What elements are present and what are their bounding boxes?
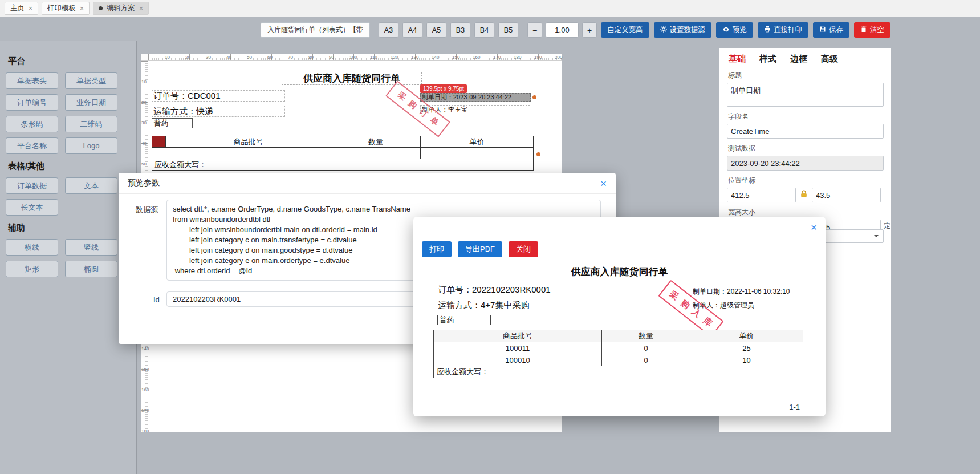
tab-bar: 主页×打印模板×编辑方案×	[0, 0, 980, 17]
paper-size-a5-button[interactable]: A5	[426, 22, 446, 38]
save-button[interactable]: 保存	[813, 22, 849, 38]
resize-handle[interactable]	[532, 95, 536, 99]
zoom-value-input[interactable]	[546, 22, 579, 38]
table-col-header: 商品批号	[434, 330, 602, 342]
preview-button[interactable]: 预览	[716, 22, 753, 38]
position-row	[727, 188, 884, 202]
table-corner-cell[interactable]	[152, 136, 166, 148]
properties-tab[interactable]: 边框	[790, 54, 807, 64]
partial-field-label: 定	[884, 221, 890, 231]
app-tab-2[interactable]: 打印模板×	[42, 2, 90, 15]
table-footer-row[interactable]: 应收金额大写：	[152, 159, 534, 171]
tab-label: 主页	[10, 3, 25, 13]
table-data-row[interactable]	[152, 148, 534, 159]
printer-icon	[764, 26, 771, 34]
close-icon[interactable]: ×	[811, 222, 817, 233]
save-icon	[819, 26, 826, 34]
design-table[interactable]: 商品批号 数量 单价 应收金额大写：	[152, 136, 534, 171]
zoom-group: − +	[527, 22, 597, 38]
app-tab-3[interactable]: 编辑方案×	[93, 2, 149, 15]
datasource-label: 数据源	[136, 205, 158, 215]
ruler-number: 110	[370, 55, 377, 60]
tab-close-icon[interactable]: ×	[139, 5, 143, 12]
clear-button[interactable]: 清空	[854, 22, 890, 38]
size-tooltip: 139.5pt x 9.75pt	[420, 84, 467, 93]
ruler-number: 20	[141, 100, 147, 105]
element-drug-tag[interactable]: 普药	[152, 118, 193, 128]
element-transport[interactable]: 运输方式：快递	[152, 106, 285, 117]
properties-tab[interactable]: 高级	[821, 54, 838, 64]
sidebar-item[interactable]: 长文本	[6, 199, 58, 216]
table-cell: 100010	[434, 354, 602, 366]
sidebar-item[interactable]: 二维码	[65, 116, 117, 132]
set-datasource-button[interactable]: 设置数据源	[654, 22, 712, 38]
title-input[interactable]: 制单日期	[727, 83, 884, 107]
properties-tab[interactable]: 基础	[729, 54, 746, 64]
resize-handle[interactable]	[536, 152, 540, 156]
field-name-input[interactable]	[727, 124, 884, 139]
paper-size-group: A3A4A5B3B4B5	[379, 22, 518, 38]
ruler-number: 20	[185, 55, 190, 60]
sidebar-item[interactable]: 业务日期	[65, 94, 117, 111]
active-tab-dot	[99, 6, 103, 10]
sidebar-item[interactable]: Logo	[65, 137, 117, 154]
close-button[interactable]: 关闭	[509, 241, 538, 257]
template-name-button[interactable]: 入库随货同行单（列表式）【带	[261, 22, 370, 38]
ruler-number: 30	[206, 55, 211, 60]
ruler-number: 100	[349, 55, 357, 60]
sidebar-item[interactable]: 椭圆	[65, 261, 117, 277]
close-icon[interactable]: ×	[600, 178, 607, 189]
field-name-label: 字段名	[728, 112, 891, 121]
custom-size-button[interactable]: 自定义宽高	[601, 22, 649, 38]
tab-close-icon[interactable]: ×	[80, 5, 84, 12]
sidebar-item[interactable]: 矩形	[6, 261, 58, 277]
sidebar-item[interactable]: 单据类型	[65, 72, 117, 89]
trash-icon	[860, 26, 867, 34]
element-order-no[interactable]: 订单号：CDC001	[152, 90, 285, 102]
table-col-header[interactable]: 单价	[421, 136, 534, 148]
app-tab-1[interactable]: 主页×	[5, 2, 38, 15]
print-button[interactable]: 打印	[422, 241, 452, 257]
ruler-number: 180	[514, 55, 521, 60]
doc-order-no: 订单号：2022102203RK0001	[438, 285, 551, 295]
paper-size-b5-button[interactable]: B5	[498, 22, 518, 38]
paper-size-a4-button[interactable]: A4	[402, 22, 422, 38]
sidebar-item[interactable]: 平台名称	[6, 137, 58, 154]
tab-close-icon[interactable]: ×	[29, 5, 32, 12]
sidebar-item[interactable]: 横线	[6, 239, 58, 256]
sidebar-item[interactable]: 单据表头	[6, 72, 58, 89]
toolbar-actions: 自定义宽高 设置数据源 预览 直接打印 保存 清空	[601, 22, 890, 38]
ruler-number: 10	[165, 55, 170, 60]
table-col-header[interactable]: 商品批号	[166, 136, 331, 148]
lock-icon[interactable]	[800, 190, 808, 200]
page-indicator: 1-1	[789, 403, 800, 411]
zoom-in-button[interactable]: +	[582, 22, 597, 38]
sidebar-item[interactable]: 条形码	[6, 116, 58, 132]
test-data-input[interactable]	[727, 156, 884, 171]
direct-print-button[interactable]: 直接打印	[758, 22, 808, 38]
zoom-out-button[interactable]: −	[527, 22, 542, 38]
tab-label: 打印模板	[47, 3, 76, 13]
ruler-number: 130	[411, 55, 418, 60]
sidebar-item[interactable]: 订单数据	[6, 177, 58, 194]
table-col-header[interactable]: 数量	[331, 136, 421, 148]
paper-size-b4-button[interactable]: B4	[474, 22, 494, 38]
preview-table: 商品批号 数量 单价 100011025100010010 应收金额大写：	[433, 330, 803, 378]
element-create-date-selected[interactable]: 制单日期：2023-09-20 23:44:22	[420, 93, 531, 102]
tab-label: 编辑方案	[107, 3, 135, 13]
set-datasource-label: 设置数据源	[670, 25, 706, 35]
pos-y-input[interactable]	[812, 188, 881, 202]
id-label: Id	[153, 295, 160, 304]
sidebar-item[interactable]: 竖线	[65, 239, 117, 256]
paper-size-b3-button[interactable]: B3	[450, 22, 470, 38]
sidebar-item[interactable]: 订单编号	[6, 94, 58, 111]
properties-tab[interactable]: 样式	[759, 54, 776, 64]
ruler-number: 140	[432, 55, 439, 60]
pos-x-input[interactable]	[727, 188, 796, 202]
sidebar-button-grid: 订单数据文本长文本	[6, 177, 136, 216]
sidebar-item[interactable]: 文本	[65, 177, 117, 194]
export-pdf-button[interactable]: 导出PDF	[458, 241, 502, 257]
table-footer-row: 应收金额大写：	[434, 366, 803, 378]
paper-size-a3-button[interactable]: A3	[379, 22, 398, 38]
eye-icon	[722, 26, 730, 35]
